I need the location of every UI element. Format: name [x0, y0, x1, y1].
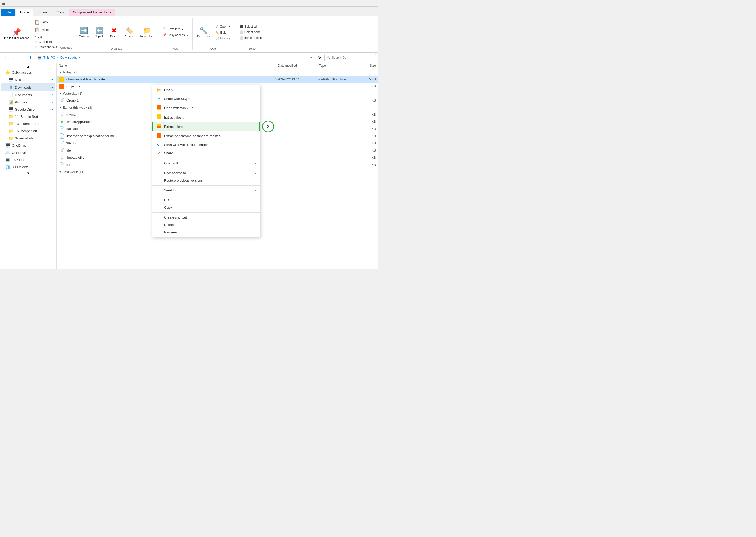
- ctx-extract-here[interactable]: Extract Here: [152, 122, 260, 131]
- sidebar-item-onedrive1[interactable]: 🖥️ OneDrive: [1, 142, 56, 149]
- ctx-scan-defender[interactable]: 🛡 Scan with Microsoft Defender...: [152, 141, 260, 149]
- sidebar-scroll-up[interactable]: ▲: [0, 64, 57, 69]
- doc-icon-group1: 📄: [59, 98, 65, 103]
- back-btn[interactable]: ‹: [2, 54, 9, 61]
- sidebar-item-bubble-sort[interactable]: 📁 11. Bubble Sort: [1, 113, 56, 120]
- paste-shortcut-icon: 📄: [34, 45, 38, 49]
- doc-icon-mymail: 📄: [59, 112, 65, 117]
- col-date-header[interactable]: Date modified: [278, 64, 319, 67]
- ctx-rename[interactable]: Rename: [152, 228, 260, 236]
- move-to-btn[interactable]: ➡️ Move to: [76, 25, 91, 39]
- ctx-divider-1: [152, 158, 260, 158]
- select-none-btn[interactable]: ⬜ Select none: [237, 30, 267, 35]
- rename-btn[interactable]: 🏷️ Rename: [122, 25, 137, 39]
- pin-quick-access-btn[interactable]: 📌 Pin to Quick access: [3, 19, 30, 49]
- edit-btn[interactable]: ✏️ Edit: [213, 30, 233, 35]
- section-today[interactable]: ▼ Today (2): [57, 69, 378, 76]
- col-type-header[interactable]: Type: [319, 64, 355, 67]
- history-btn[interactable]: 🕐 History: [213, 36, 233, 41]
- copy-icon: 📋: [34, 19, 40, 25]
- onedrive1-icon: 🖥️: [5, 143, 10, 148]
- sidebar-item-documents[interactable]: 📄 Documents ✦: [1, 92, 56, 99]
- sendto-arrow: ›: [255, 188, 256, 192]
- delete-btn[interactable]: ✖ Delete: [108, 25, 121, 39]
- give-access-arrow: ›: [255, 171, 256, 175]
- ctx-open[interactable]: 📂 Open: [152, 86, 260, 94]
- desktop-icon: 🖥️: [8, 77, 14, 82]
- new-folder-btn[interactable]: 📁 New folder: [138, 25, 156, 39]
- scissors-icon: ✂: [34, 35, 37, 38]
- winrar-icon-2: [156, 114, 162, 120]
- ctx-create-shortcut[interactable]: Create shortcut: [152, 214, 260, 221]
- invert-selection-btn[interactable]: ⬜ Invert selection: [237, 35, 267, 40]
- main-layout: ▲ ⭐ Quick access 🖥️ Desktop ✦ ⬇ Download…: [0, 63, 378, 268]
- file-list-header: Name Date modified Type Size: [57, 63, 378, 69]
- address-chevron[interactable]: ▼: [310, 56, 313, 60]
- sidebar-item-googledrive[interactable]: 🖥️ Google Drive ✦: [1, 106, 56, 113]
- copy-btn[interactable]: 📋 Copy: [32, 19, 59, 26]
- copy-to-btn[interactable]: ⬅️ Copy to: [92, 25, 107, 39]
- ctx-send-to[interactable]: Send to ›: [152, 186, 260, 194]
- ctx-copy[interactable]: Copy: [152, 204, 260, 211]
- sidebar-item-3dobjects[interactable]: 🧊 3D Objects: [1, 164, 56, 171]
- sidebar-item-merge-sort[interactable]: 📁 15. Merge Sort: [1, 128, 56, 135]
- cut-btn[interactable]: ✂ Cut: [32, 34, 59, 39]
- sidebar-scroll-down[interactable]: ▼: [0, 171, 57, 176]
- tab-view[interactable]: View: [52, 9, 68, 16]
- open-btn[interactable]: ✔ Open ▼: [213, 23, 233, 30]
- tab-share[interactable]: Share: [34, 9, 52, 16]
- 3dobjects-icon: 🧊: [5, 165, 10, 170]
- select-none-icon: ⬜: [240, 30, 243, 34]
- up-btn[interactable]: ↑: [19, 54, 26, 61]
- whatsapp-icon: ●: [59, 119, 65, 124]
- pin-label: Pin to Quick access: [4, 36, 29, 40]
- paste-btn[interactable]: 📋 Paste: [32, 26, 59, 33]
- address-path[interactable]: 💻 This PC › Downloads › ▼: [35, 54, 315, 61]
- sidebar-item-quick-access[interactable]: ⭐ Quick access: [1, 69, 56, 76]
- ctx-share[interactable]: ↗ Share: [152, 149, 260, 157]
- ctx-extract-files[interactable]: Extract files...: [152, 113, 260, 122]
- section-chevron-earlier: ▼: [59, 106, 61, 109]
- forward-btn[interactable]: ›: [10, 54, 18, 61]
- copy-path-btn[interactable]: 📄 Copy path: [32, 39, 59, 44]
- easy-access-btn[interactable]: 📌 Easy access ▼: [160, 32, 190, 38]
- properties-btn[interactable]: 🔧 Properties: [195, 25, 212, 39]
- new-item-arrow: ▼: [181, 28, 184, 31]
- sidebar-item-desktop[interactable]: 🖥️ Desktop ✦: [1, 76, 56, 83]
- refresh-btn[interactable]: ↻: [316, 54, 323, 61]
- file-row-chrome-dashboard[interactable]: chrome-dashboard-master 05-03-2022 13:44…: [57, 76, 378, 83]
- col-size-header[interactable]: Size: [355, 64, 376, 67]
- bubblesort-icon: 📁: [8, 114, 14, 119]
- select-all-btn[interactable]: ⬛ Select all: [237, 24, 267, 29]
- ctx-extract-to[interactable]: Extract to "chrome-dashboard-master\": [152, 131, 260, 141]
- new-item-btn[interactable]: 📄 New item ▼: [160, 26, 190, 32]
- section-chevron-lastweek: ▼: [59, 170, 61, 173]
- search-input[interactable]: [324, 54, 376, 61]
- copy-to-icon: ⬅️: [95, 26, 103, 34]
- ctx-cut[interactable]: Cut: [152, 196, 260, 204]
- sidebar-item-onedrive2[interactable]: ☁️ OneDrive: [1, 149, 56, 156]
- zip-icon-2: [59, 83, 65, 89]
- paste-shortcut-btn[interactable]: 📄 Paste shortcut: [32, 44, 59, 49]
- sidebar-item-pictures[interactable]: 🖼️ Pictures ✦: [1, 99, 56, 106]
- ctx-restore-versions[interactable]: Restore previous versions: [152, 177, 260, 184]
- ctx-open-with[interactable]: Open with ›: [152, 159, 260, 167]
- winrar-icon-4: [156, 133, 162, 139]
- recent-btn[interactable]: ⬇: [27, 54, 34, 61]
- tab-home[interactable]: Home: [16, 9, 33, 16]
- tab-compressed[interactable]: Compressed Folder Tools: [68, 9, 115, 16]
- col-name-header[interactable]: Name: [59, 64, 278, 67]
- sidebar-item-downloads[interactable]: ⬇ Downloads ✦: [1, 83, 56, 91]
- ctx-delete[interactable]: Delete: [152, 221, 260, 228]
- sidebar-item-thispc[interactable]: 💻 This PC: [1, 156, 56, 163]
- sidebar-item-insertion-sort[interactable]: 📁 13. Insertion Sort: [1, 120, 56, 127]
- ctx-give-access[interactable]: Give access to ›: [152, 169, 260, 177]
- share-icon: ↗: [156, 150, 162, 155]
- address-bar: ‹ › ↑ ⬇ 💻 This PC › Downloads › ▼ ↻ 🔍: [0, 53, 378, 63]
- ctx-share-skype[interactable]: S Share with Skype: [152, 94, 260, 103]
- file-list: Name Date modified Type Size ▼ Today (2)…: [57, 63, 378, 268]
- tab-file[interactable]: File: [1, 9, 15, 16]
- sidebar-item-screenshots[interactable]: 📁 Screenshots: [1, 135, 56, 142]
- ctx-open-winrar[interactable]: Open with WinRAR: [152, 103, 260, 113]
- minimize-icon[interactable]: ☰: [2, 1, 5, 5]
